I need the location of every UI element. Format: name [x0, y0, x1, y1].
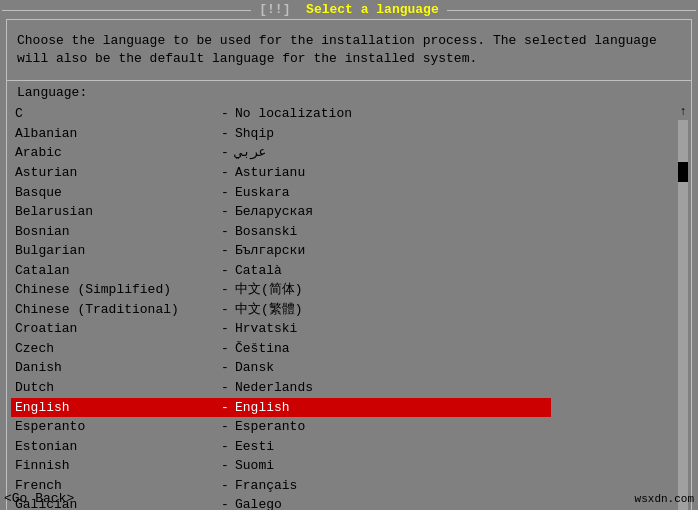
scroll-track[interactable] — [678, 120, 688, 510]
lang-dash: - — [215, 281, 235, 299]
lang-native: Беларуская — [235, 203, 313, 221]
lang-native: Asturianu — [235, 164, 305, 182]
lang-native: English — [235, 399, 290, 417]
language-label: Language: — [13, 81, 91, 104]
list-item[interactable]: Bulgarian-Български — [11, 241, 551, 261]
scrollbar[interactable]: ↑ ↓ — [675, 104, 691, 510]
lang-name: English — [15, 399, 215, 417]
lang-native: Hrvatski — [235, 320, 297, 338]
list-item[interactable]: C-No localization — [11, 104, 551, 124]
lang-native: No localization — [235, 105, 352, 123]
lang-native: Dansk — [235, 359, 274, 377]
lang-dash: - — [215, 164, 235, 182]
scroll-thumb — [678, 162, 688, 182]
list-item[interactable]: Arabic-عربي — [11, 143, 551, 163]
lang-name: Chinese (Traditional) — [15, 301, 215, 319]
lang-native: Shqip — [235, 125, 274, 143]
lang-native: عربي — [235, 144, 266, 162]
lang-native: Eesti — [235, 438, 274, 456]
lang-native: Suomi — [235, 457, 274, 475]
lang-dash: - — [215, 105, 235, 123]
lang-native: 中文(简体) — [235, 281, 303, 299]
list-item[interactable]: Chinese (Simplified)-中文(简体) — [11, 280, 551, 300]
list-item[interactable]: Danish-Dansk — [11, 358, 551, 378]
watermark: wsxdn.com — [635, 493, 694, 505]
lang-native: Bosanski — [235, 223, 297, 241]
lang-dash: - — [215, 144, 235, 162]
lang-native: Esperanto — [235, 418, 305, 436]
list-item[interactable]: Catalan-Català — [11, 261, 551, 281]
lang-name: Finnish — [15, 457, 215, 475]
lang-native: Català — [235, 262, 282, 280]
list-item[interactable]: Bosnian-Bosanski — [11, 222, 551, 242]
description-area: Choose the language to be used for the i… — [7, 20, 691, 80]
lang-dash: - — [215, 242, 235, 260]
lang-name: Esperanto — [15, 418, 215, 436]
lang-native: Čeština — [235, 340, 290, 358]
language-list-container: C-No localizationAlbanian-ShqipArabic-عر… — [7, 104, 691, 510]
lang-dash: - — [215, 438, 235, 456]
lang-dash: - — [215, 379, 235, 397]
lang-dash: - — [215, 320, 235, 338]
lang-name: C — [15, 105, 215, 123]
lang-dash: - — [215, 359, 235, 377]
lang-name: Arabic — [15, 144, 215, 162]
list-item[interactable]: Czech-Čeština — [11, 339, 551, 359]
lang-name: Czech — [15, 340, 215, 358]
lang-dash: - — [215, 203, 235, 221]
lang-native: Български — [235, 242, 305, 260]
title-brackets: [!!] — [259, 2, 290, 17]
list-item[interactable]: Estonian-Eesti — [11, 437, 551, 457]
footer: <Go Back> wsxdn.com — [4, 491, 694, 506]
lang-name: Basque — [15, 184, 215, 202]
list-item[interactable]: Asturian-Asturianu — [11, 163, 551, 183]
lang-native: Nederlands — [235, 379, 313, 397]
list-item[interactable]: Dutch-Nederlands — [11, 378, 551, 398]
lang-dash: - — [215, 301, 235, 319]
language-label-area: Language: — [7, 81, 691, 104]
title-bar: [!!] Select a language — [2, 0, 696, 19]
lang-name: Bulgarian — [15, 242, 215, 260]
lang-name: Catalan — [15, 262, 215, 280]
main-container: [!!] Select a language Choose the langua… — [0, 0, 698, 510]
list-item[interactable]: Chinese (Traditional)-中文(繁體) — [11, 300, 551, 320]
scroll-up-arrow[interactable]: ↑ — [679, 106, 686, 118]
go-back-button[interactable]: <Go Back> — [4, 491, 74, 506]
list-item[interactable]: English-English — [11, 398, 551, 418]
lang-name: Bosnian — [15, 223, 215, 241]
list-item[interactable]: Albanian-Shqip — [11, 124, 551, 144]
lang-name: Asturian — [15, 164, 215, 182]
lang-dash: - — [215, 399, 235, 417]
lang-name: Danish — [15, 359, 215, 377]
dialog-title: [!!] Select a language — [251, 2, 446, 17]
list-item[interactable]: Basque-Euskara — [11, 183, 551, 203]
lang-name: Dutch — [15, 379, 215, 397]
lang-dash: - — [215, 262, 235, 280]
lang-dash: - — [215, 184, 235, 202]
lang-name: Croatian — [15, 320, 215, 338]
lang-name: Chinese (Simplified) — [15, 281, 215, 299]
lang-native: Euskara — [235, 184, 290, 202]
lang-name: Estonian — [15, 438, 215, 456]
lang-native: 中文(繁體) — [235, 301, 303, 319]
lang-name: Albanian — [15, 125, 215, 143]
lang-dash: - — [215, 223, 235, 241]
list-item[interactable]: Croatian-Hrvatski — [11, 319, 551, 339]
dialog-box: Choose the language to be used for the i… — [6, 19, 692, 510]
lang-name: Belarusian — [15, 203, 215, 221]
lang-dash: - — [215, 457, 235, 475]
language-list[interactable]: C-No localizationAlbanian-ShqipArabic-عر… — [11, 104, 551, 510]
title-text: Select a language — [306, 2, 439, 17]
list-item[interactable]: Finnish-Suomi — [11, 456, 551, 476]
list-item[interactable]: Belarusian-Беларуская — [11, 202, 551, 222]
lang-dash: - — [215, 340, 235, 358]
description-text: Choose the language to be used for the i… — [13, 24, 685, 76]
lang-dash: - — [215, 418, 235, 436]
list-item[interactable]: Esperanto-Esperanto — [11, 417, 551, 437]
lang-dash: - — [215, 125, 235, 143]
